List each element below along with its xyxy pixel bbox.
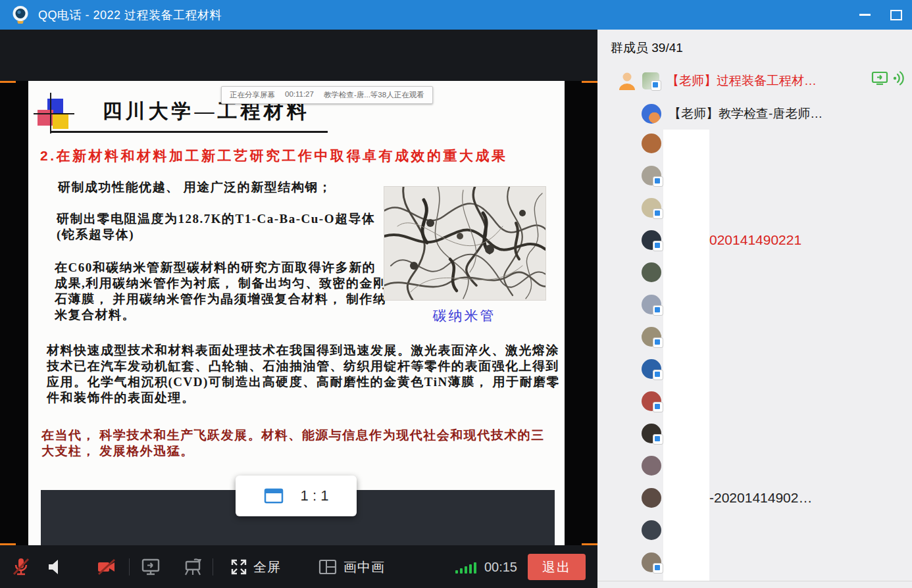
- device-badge-icon: [653, 305, 663, 316]
- member-row[interactable]: [597, 548, 912, 577]
- sharing-screen-icon: [871, 70, 888, 86]
- slide-logo-line: [34, 113, 74, 114]
- device-badge-icon: [653, 370, 663, 380]
- member-avatar: [642, 230, 661, 250]
- member-avatar: [642, 488, 661, 508]
- member-name-fragment: -20201414902…: [709, 490, 812, 506]
- member-row[interactable]: [597, 451, 912, 480]
- share-border-tick: [582, 543, 597, 545]
- qq-call-logo-icon: [11, 5, 30, 26]
- member-row[interactable]: [597, 419, 912, 448]
- network-signal-icon: [455, 560, 476, 574]
- window-ratio-icon: [264, 488, 284, 504]
- member-row-teacher[interactable]: 【老师】教学检查-唐老师…: [597, 99, 912, 128]
- member-row-host[interactable]: 【老师】过程装备工程材…: [597, 66, 912, 95]
- member-row[interactable]: [597, 193, 912, 222]
- microphone-muted-button[interactable]: [11, 556, 32, 577]
- slide-logo-square: [53, 113, 68, 129]
- member-avatar: [642, 166, 661, 185]
- window-controls: [849, 0, 912, 30]
- member-panel: 群成员 39/41 【老师】过程装备工程材…: [597, 30, 912, 588]
- slide-header-rule: [51, 131, 328, 133]
- slide-paragraph: 在C60和碳纳米管新型碳材料的研究方面取得许多新的成果,利用碳纳米管作为衬底， …: [55, 260, 387, 323]
- screen-share-button[interactable]: [140, 557, 161, 577]
- privacy-mask: [663, 130, 709, 581]
- shared-screen-stage: 正在分享屏幕 00:11:27 教学检查-唐...等38人正在观看 四川大学—工…: [0, 30, 597, 588]
- camera-off-button[interactable]: [96, 557, 117, 577]
- default-person-icon: [617, 70, 637, 91]
- slide-heading: 2.在新材料和材料加工新工艺研究工作中取得卓有成效的重大成果: [40, 147, 560, 165]
- member-row[interactable]: [597, 129, 912, 158]
- share-border-tick: [0, 543, 16, 545]
- member-avatar: [642, 552, 661, 572]
- fullscreen-label: 全屏: [253, 558, 281, 576]
- member-avatar: [642, 104, 661, 124]
- member-avatar: [642, 262, 661, 282]
- minimize-icon: [859, 14, 871, 16]
- member-row[interactable]: [597, 322, 912, 351]
- toolbar-divider: [129, 558, 130, 576]
- member-avatar: [642, 295, 661, 314]
- speaking-audio-icon: [892, 70, 905, 86]
- minimize-button[interactable]: [849, 0, 880, 30]
- member-avatar: [642, 456, 661, 476]
- share-border-tick: [582, 81, 597, 83]
- qq-call-window: QQ电话 - 2022 过程装备工程材料 正在分享屏幕 00:11:27 教学检…: [0, 0, 912, 588]
- sharing-status-text: 正在分享屏幕: [230, 90, 275, 100]
- member-row[interactable]: 020141490221: [597, 226, 912, 255]
- member-row[interactable]: -20201414902…: [597, 483, 912, 512]
- member-panel-title: 群成员 39/41: [611, 39, 683, 57]
- host-avatar: [642, 72, 659, 89]
- device-badge-icon: [653, 208, 663, 219]
- fullscreen-button[interactable]: 全屏: [230, 558, 281, 576]
- call-duration: 00:15: [484, 560, 517, 575]
- slide-paragraph: 研制成功性能优越、 用途广泛的新型结构钢；: [58, 180, 374, 195]
- device-badge-icon: [653, 337, 663, 348]
- member-avatar: [642, 391, 661, 411]
- titlebar: QQ电话 - 2022 过程装备工程材料: [0, 0, 912, 30]
- member-row[interactable]: [597, 516, 912, 545]
- speaker-button[interactable]: [46, 558, 64, 576]
- member-name: 【老师】教学检查-唐老师…: [669, 105, 823, 122]
- device-badge-icon: [651, 80, 661, 91]
- pip-label: 画中画: [343, 558, 385, 576]
- exit-call-button[interactable]: 退出: [528, 554, 586, 580]
- device-badge-icon: [653, 402, 663, 412]
- device-badge-icon: [653, 176, 663, 187]
- member-row[interactable]: [597, 290, 912, 319]
- device-badge-icon: [653, 434, 663, 445]
- slide-paragraph: 材料快速成型技术和材料表面处理技术在我国得到迅速发展。激光表面淬火、激光熔涂技术…: [47, 343, 565, 406]
- window-title: QQ电话 - 2022 过程装备工程材料: [38, 7, 222, 23]
- member-avatar: [642, 424, 661, 443]
- image-caption: 碳纳米管: [384, 306, 545, 325]
- call-toolbar: 全屏 画中画 00:15 退出: [0, 546, 597, 588]
- zoom-ratio-indicator[interactable]: 1 : 1: [236, 476, 357, 516]
- member-row[interactable]: [597, 387, 912, 416]
- fullscreen-icon: [230, 558, 247, 576]
- member-row[interactable]: [597, 355, 912, 383]
- sharing-viewers: 教学检查-唐...等38人正在观看: [324, 90, 424, 100]
- member-row[interactable]: [597, 258, 912, 287]
- member-avatar: [642, 520, 661, 540]
- slide-paragraph: 研制出零电阻温度为128.7K的T1-Ca-Ba-Cu-O超导体(铊系超导体): [57, 211, 386, 243]
- pip-icon: [318, 558, 338, 576]
- member-avatar: [642, 359, 661, 379]
- sharing-timer: 00:11:27: [285, 90, 314, 100]
- zoom-ratio-value: 1 : 1: [301, 487, 329, 504]
- sharing-status-banner: 正在分享屏幕 00:11:27 教学检查-唐...等38人正在观看: [221, 86, 433, 104]
- device-badge-icon: [653, 241, 663, 251]
- member-row[interactable]: [597, 161, 912, 190]
- presentation-demo-button[interactable]: [182, 557, 203, 577]
- member-avatar: [642, 327, 661, 347]
- share-border-tick: [0, 81, 16, 83]
- maximize-button[interactable]: [880, 0, 912, 30]
- sidebar-divider: [597, 581, 912, 581]
- member-avatar: [642, 134, 661, 153]
- toolbar-divider: [213, 558, 213, 576]
- member-name: 【老师】过程装备工程材…: [667, 72, 817, 89]
- slide-highlight-paragraph: 在当代， 科学技术和生产飞跃发展。材料、能源与信息作为现代社会和现代技术的三大支…: [41, 428, 555, 459]
- pip-button[interactable]: 画中画: [318, 558, 385, 576]
- member-avatar: [642, 198, 661, 218]
- member-name-fragment: 020141490221: [709, 232, 801, 248]
- device-badge-icon: [653, 563, 663, 574]
